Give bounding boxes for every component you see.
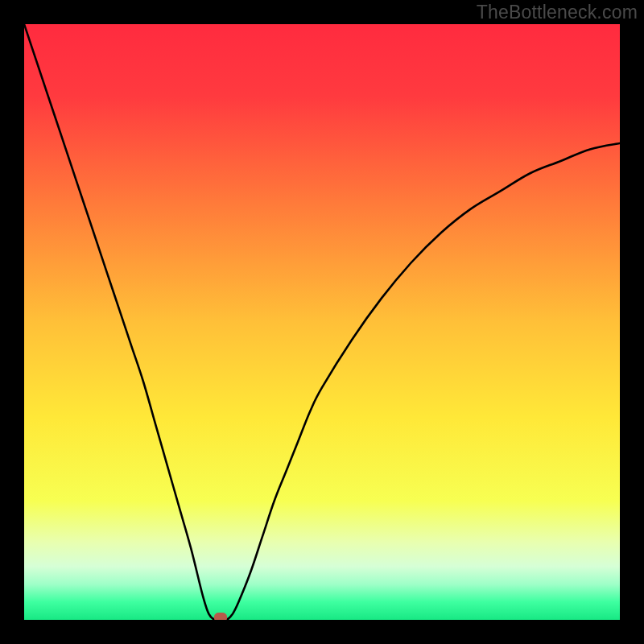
watermark-text: TheBottleneck.com <box>477 2 638 23</box>
bottleneck-curve <box>24 24 620 620</box>
plot-area <box>24 24 620 620</box>
optimal-point-marker <box>214 613 227 620</box>
curve-layer <box>24 24 620 620</box>
chart-frame: TheBottleneck.com <box>0 0 644 644</box>
